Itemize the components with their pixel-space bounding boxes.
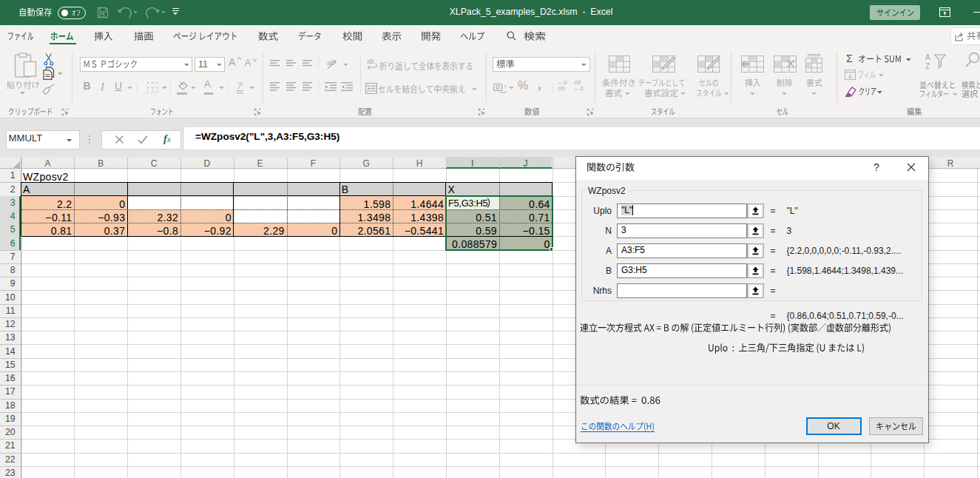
svg-text:ab: ab [327,59,334,67]
svg-text:A: A [925,53,930,61]
svg-text:ab: ab [367,58,374,65]
svg-text:Z: Z [925,62,930,70]
